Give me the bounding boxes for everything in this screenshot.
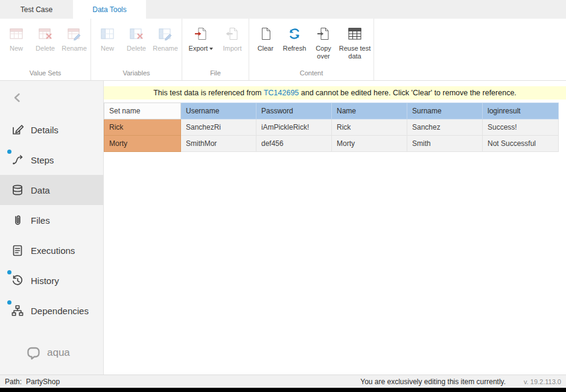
editing-status-message: You are exclusively editing this item cu… [360, 378, 506, 386]
collapse-sidebar-button[interactable] [0, 81, 103, 115]
sidebar-item-files[interactable]: Files [0, 205, 103, 235]
tree-icon [11, 304, 24, 317]
variables-new-button: New [93, 24, 122, 52]
export-label: Export [189, 45, 208, 52]
table-rename-icon [66, 24, 82, 43]
sidebar-item-executions-label: Executions [31, 245, 75, 256]
table-delete-icon [129, 24, 144, 43]
tab-test-case-label: Test Case [21, 5, 52, 14]
value-sets-group-label: Value Sets [2, 68, 89, 80]
sidebar-item-history-label: History [31, 276, 59, 286]
column-header-username: Username [181, 103, 256, 119]
column-header-password: Password [256, 103, 332, 119]
paperclip-icon [11, 213, 24, 227]
status-bar: Path: PartyShop You are exclusively edit… [0, 375, 566, 388]
sidebar-item-details-label: Details [31, 125, 59, 135]
cell-username[interactable]: SmithMor [181, 136, 256, 152]
value-sets-delete-label: Delete [36, 45, 55, 52]
path-label: Path: [5, 378, 22, 386]
refresh-label: Refresh [283, 45, 307, 52]
app-window: Test Case Data Tools New Delete [0, 0, 566, 392]
value-sets-rename-button: Rename [60, 24, 89, 52]
value-sets-delete-button: Delete [31, 24, 60, 52]
column-header-loginresult: loginresult [483, 103, 559, 119]
table-new-icon [8, 24, 24, 43]
sidebar-item-steps-label: Steps [31, 155, 54, 165]
aqua-logo-text: aqua [47, 347, 70, 359]
sidebar-item-details[interactable]: Details [0, 115, 103, 145]
reuse-grid-icon [347, 24, 363, 43]
ribbon-tabbar: Test Case Data Tools [0, 0, 566, 19]
clear-button[interactable]: Clear [251, 24, 280, 52]
variables-delete-label: Delete [127, 45, 146, 52]
main-content: This test data is referenced from TC1426… [104, 81, 566, 375]
tab-data-tools-label: Data Tools [92, 5, 126, 14]
cell-password[interactable]: iAmPickleRick! [256, 119, 332, 136]
notification-dot-badge [7, 270, 11, 274]
aqua-bubble-icon [25, 345, 42, 360]
reuse-test-data-label: Reuse test data [339, 45, 371, 60]
sidebar: Details Steps Data Files [0, 81, 104, 375]
bottom-black-bar [0, 388, 566, 392]
column-header-set-name: Set name [104, 103, 181, 119]
copy-over-label: Copy over [310, 45, 337, 60]
value-sets-new-button: New [2, 24, 31, 52]
column-header-name: Name [332, 103, 407, 119]
content-group-label: Content [251, 68, 372, 80]
clear-label: Clear [258, 45, 273, 52]
version-label: v. 19.2.113.0 [524, 378, 561, 385]
sidebar-item-files-label: Files [31, 215, 50, 226]
checklist-icon [11, 244, 24, 257]
export-button[interactable]: Export [184, 24, 218, 52]
ribbon-group-variables: New Delete Rename Variables [91, 19, 182, 80]
clear-page-icon [258, 24, 273, 43]
reuse-test-data-button[interactable]: Reuse test data [338, 24, 372, 60]
ribbon: New Delete Rename Value Sets [0, 19, 566, 81]
table-delete-icon [37, 24, 53, 43]
tab-test-case[interactable]: Test Case [0, 0, 73, 19]
tab-data-tools[interactable]: Data Tools [73, 0, 146, 19]
banner-text-before: This test data is referenced from [153, 89, 264, 97]
sidebar-item-history[interactable]: History [0, 265, 103, 296]
ribbon-group-content: Clear Refresh Copy over [249, 19, 374, 80]
cell-name[interactable]: Rick [332, 119, 407, 136]
sidebar-item-steps[interactable]: Steps [0, 145, 103, 175]
table-row: Rick SanchezRi iAmPickleRick! Rick Sanch… [104, 119, 559, 136]
test-data-grid: Set name Username Password Name Surname … [104, 103, 566, 152]
cell-password[interactable]: def456 [256, 136, 332, 152]
import-label: Import [223, 45, 241, 52]
copy-over-button[interactable]: Copy over [309, 24, 338, 60]
table-new-icon [100, 24, 115, 43]
ribbon-group-value-sets: New Delete Rename Value Sets [0, 19, 91, 80]
value-sets-new-label: New [10, 45, 23, 52]
history-clock-icon [11, 274, 24, 287]
value-sets-rename-label: Rename [62, 45, 87, 52]
cell-name[interactable]: Morty [332, 136, 407, 152]
table-header-row: Set name Username Password Name Surname … [104, 103, 559, 119]
steps-path-icon [11, 153, 24, 166]
export-icon [193, 24, 209, 43]
pencil-edit-icon [11, 123, 24, 136]
cell-username[interactable]: SanchezRi [181, 119, 256, 136]
variables-rename-button: Rename [151, 24, 180, 52]
refresh-button[interactable]: Refresh [280, 24, 309, 52]
refresh-icon [287, 24, 302, 43]
sidebar-item-executions[interactable]: Executions [0, 235, 103, 265]
cell-set-name[interactable]: Morty [104, 136, 181, 152]
path-value: PartyShop [26, 378, 60, 386]
table-rename-icon [157, 24, 173, 43]
banner-text-after: and cannot be edited here. Click 'Clear'… [299, 89, 517, 97]
cell-loginresult[interactable]: Not Successful [483, 136, 559, 152]
cell-surname[interactable]: Smith [407, 136, 483, 152]
referenced-test-case-link[interactable]: TC142695 [264, 89, 299, 97]
notification-dot-badge [7, 150, 11, 154]
cell-surname[interactable]: Sanchez [407, 119, 483, 136]
aqua-logo: aqua [25, 345, 70, 360]
variables-new-label: New [101, 45, 114, 52]
body: Details Steps Data Files [0, 81, 566, 375]
cell-loginresult[interactable]: Success! [483, 119, 559, 136]
sidebar-item-data[interactable]: Data [0, 175, 103, 205]
cell-set-name[interactable]: Rick [104, 119, 181, 136]
sidebar-item-dependencies[interactable]: Dependencies [0, 296, 103, 326]
ribbon-group-file: Export Import File [182, 19, 249, 80]
